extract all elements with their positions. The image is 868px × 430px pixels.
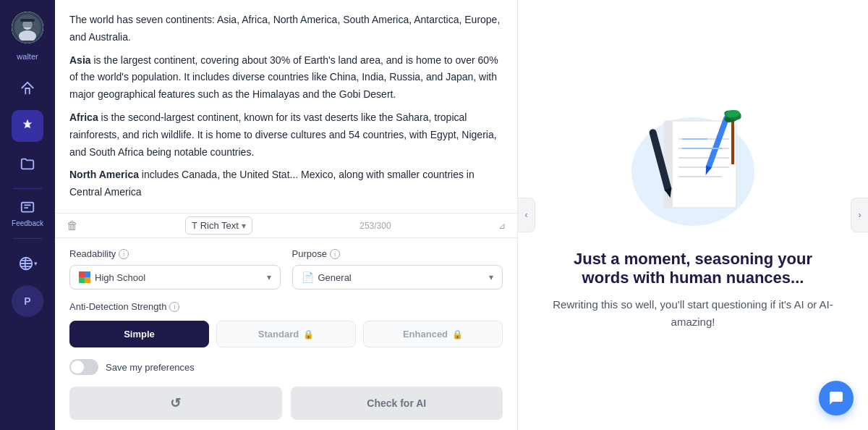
humanize-button[interactable]: ↺ [69,387,282,420]
svg-rect-15 [664,121,736,208]
purpose-dropdown[interactable]: 📄 General ▾ [292,265,503,290]
avatar[interactable] [12,12,43,43]
readability-select-left: High School [79,271,145,283]
save-prefs-toggle[interactable] [69,359,98,375]
sidebar-item-home[interactable] [12,72,43,104]
simple-button[interactable]: Simple [69,321,209,347]
editor-toolbar: 🗑 T Rich Text ▾ 253/300 ⊿ [55,213,517,237]
delete-icon[interactable]: 🗑 [67,219,78,232]
sidebar-item-globe[interactable]: ▾ [12,248,43,279]
svg-rect-12 [79,277,85,283]
sidebar-divider [13,188,42,189]
action-buttons: ↺ Check for AI [69,387,503,420]
svg-rect-11 [85,271,90,277]
strength-buttons-group: Simple Standard 🔒 Enhanced 🔒 [69,321,503,347]
readability-label-row: Readability i [69,248,281,259]
svg-point-5 [26,125,29,127]
readability-value: High School [95,272,145,283]
illustration-container [621,99,765,232]
readability-color-icon [79,271,90,283]
text-format-icon: T [192,221,197,231]
readability-group: Readability i High School [69,248,281,290]
sidebar-item-premium[interactable]: P [12,285,43,317]
main-content: The world has seven continents: Asia, Af… [55,0,868,430]
rich-text-button[interactable]: T Rich Text ▾ [185,216,252,235]
save-prefs-row: Save my preferences [69,359,503,375]
purpose-select-left: 📄 General [302,271,352,283]
right-panel: ‹ [518,0,868,430]
svg-rect-4 [20,19,35,22]
enhanced-lock-icon: 🔒 [452,329,463,340]
loading-spinner: ↺ [170,395,181,411]
content-paragraph-africa: Africa is the second-largest continent, … [69,109,503,161]
sidebar-item-feedback[interactable]: Feedback [12,198,43,229]
chevron-down-icon: ▾ [242,221,246,231]
text-area-container: The world has seven continents: Asia, Af… [55,0,517,213]
feedback-label: Feedback [12,219,43,227]
svg-rect-13 [85,277,90,283]
purpose-chevron-icon: ▾ [489,272,493,282]
sidebar-divider-2 [13,238,42,239]
purpose-value: General [318,272,352,283]
purpose-icon: 📄 [302,271,314,283]
svg-rect-10 [79,271,85,277]
right-subtext: Rewriting this so well, you'll start que… [548,296,838,331]
purpose-info-icon[interactable]: i [330,249,340,259]
purpose-label: Purpose [292,248,327,259]
readability-info-icon[interactable]: i [119,249,129,259]
sidebar-username: walter [17,52,38,61]
sidebar-item-folder[interactable] [12,148,43,180]
premium-label: P [24,295,30,307]
anti-detection-info-icon[interactable]: i [169,302,179,312]
settings-panel: Readability i High School [55,237,517,430]
purpose-label-row: Purpose i [292,248,503,259]
anti-detection-label-row: Anti-Detection Strength i [69,301,503,312]
collapse-left-button[interactable]: ‹ [518,198,535,232]
collapse-right-icon: › [859,210,861,220]
left-panel: The world has seven continents: Asia, Af… [55,0,518,430]
text-content[interactable]: The world has seven continents: Asia, Af… [55,0,517,213]
readability-chevron-icon: ▾ [267,272,271,282]
check-ai-button[interactable]: Check for AI [291,387,503,420]
purpose-group: Purpose i 📄 General ▾ [292,248,503,290]
save-prefs-label: Save my preferences [106,362,195,373]
anti-detection-label: Anti-Detection Strength [69,301,166,312]
toggle-knob [71,361,84,374]
content-paragraph-1: The world has seven continents: Asia, Af… [69,12,503,46]
enhanced-button[interactable]: Enhanced 🔒 [363,321,503,347]
readability-dropdown[interactable]: High School ▾ [69,265,281,290]
readability-label: Readability [69,248,116,259]
collapse-right-button[interactable]: › [851,198,868,232]
sidebar: walter Feedback ▾ P [0,0,55,430]
content-paragraph-asia: Asia is the largest continent, covering … [69,52,503,104]
chat-bubble-button[interactable] [819,381,854,416]
resize-handle[interactable]: ⊿ [498,221,506,231]
right-heading: Just a moment, seasoning your words with… [556,250,830,287]
collapse-left-icon: ‹ [525,210,528,220]
writing-illustration [621,99,765,229]
avatar-image [12,12,43,43]
char-count: 253/300 [359,221,391,231]
content-paragraph-northamerica: North America includes Canada, the Unite… [69,166,503,201]
sidebar-item-ai[interactable] [12,110,43,142]
standard-button[interactable]: Standard 🔒 [216,321,356,347]
settings-row-1: Readability i High School [69,248,503,290]
standard-lock-icon: 🔒 [303,329,314,340]
chat-icon [827,389,845,407]
